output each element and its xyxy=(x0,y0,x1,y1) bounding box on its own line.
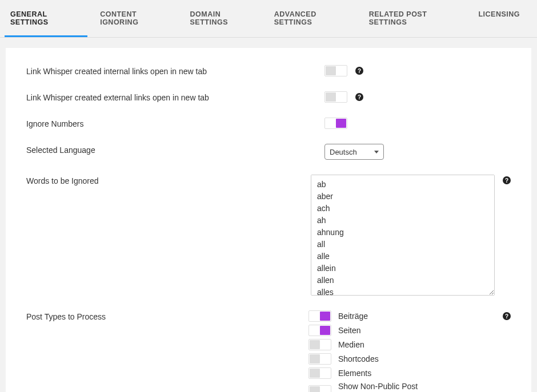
internal-links-new-tab-label: Link Whisper created internal links open… xyxy=(26,65,324,76)
settings-tabs: GENERAL SETTINGS CONTENT IGNORING DOMAIN… xyxy=(0,0,537,38)
tab-licensing[interactable]: LICENSING xyxy=(472,0,526,37)
external-links-new-tab-label: Link Whisper created external links open… xyxy=(26,91,324,102)
help-icon[interactable]: ? xyxy=(503,312,511,320)
post-types-to-process-label: Post Types to Process xyxy=(26,310,308,321)
help-icon[interactable]: ? xyxy=(355,67,363,75)
post-type-label: Show Non-Public Post Types xyxy=(338,382,430,392)
ignore-numbers-toggle[interactable] xyxy=(324,118,347,129)
post-type-label: Shortcodes xyxy=(338,354,379,363)
tab-related-post-settings[interactable]: RELATED POST SETTINGS xyxy=(363,0,466,37)
post-type-medien-toggle[interactable] xyxy=(308,339,331,350)
post-type-elements-toggle[interactable] xyxy=(308,367,331,379)
post-type-item: Beiträge xyxy=(308,310,430,322)
settings-panel: Link Whisper created internal links open… xyxy=(6,48,531,392)
post-type-item: Medien xyxy=(308,339,430,350)
ignored-words-textarea[interactable] xyxy=(311,175,495,296)
post-type-beitraege-toggle[interactable] xyxy=(308,310,331,322)
post-type-label: Beiträge xyxy=(338,312,368,321)
tab-content-ignoring[interactable]: CONTENT IGNORING xyxy=(94,0,177,37)
post-type-seiten-toggle[interactable] xyxy=(308,325,331,336)
post-type-label: Seiten xyxy=(338,326,361,335)
ignore-numbers-label: Ignore Numbers xyxy=(26,118,324,128)
post-types-list: Beiträge Seiten Medien Shortcodes Elemen… xyxy=(308,310,430,392)
tab-general-settings[interactable]: GENERAL SETTINGS xyxy=(5,0,87,37)
help-icon[interactable]: ? xyxy=(503,176,511,184)
selected-language-label: Selected Language xyxy=(26,144,324,155)
post-type-item: Seiten xyxy=(308,325,430,336)
tab-advanced-settings[interactable]: ADVANCED SETTINGS xyxy=(268,0,356,37)
post-type-label: Medien xyxy=(338,340,364,349)
post-type-item: Show Non-Public Post Types xyxy=(308,382,430,392)
post-type-item: Elements xyxy=(308,367,430,379)
help-icon[interactable]: ? xyxy=(355,93,363,101)
external-links-new-tab-toggle[interactable] xyxy=(324,91,347,103)
internal-links-new-tab-toggle[interactable] xyxy=(324,65,347,76)
post-type-label: Elements xyxy=(338,369,371,378)
language-select[interactable]: Deutsch xyxy=(324,144,384,160)
tab-domain-settings[interactable]: DOMAIN SETTINGS xyxy=(185,0,262,37)
post-type-nonpublic-toggle[interactable] xyxy=(308,385,331,392)
post-type-shortcodes-toggle[interactable] xyxy=(308,353,331,365)
words-to-be-ignored-label: Words to be Ignored xyxy=(26,175,311,185)
post-type-item: Shortcodes xyxy=(308,353,430,365)
